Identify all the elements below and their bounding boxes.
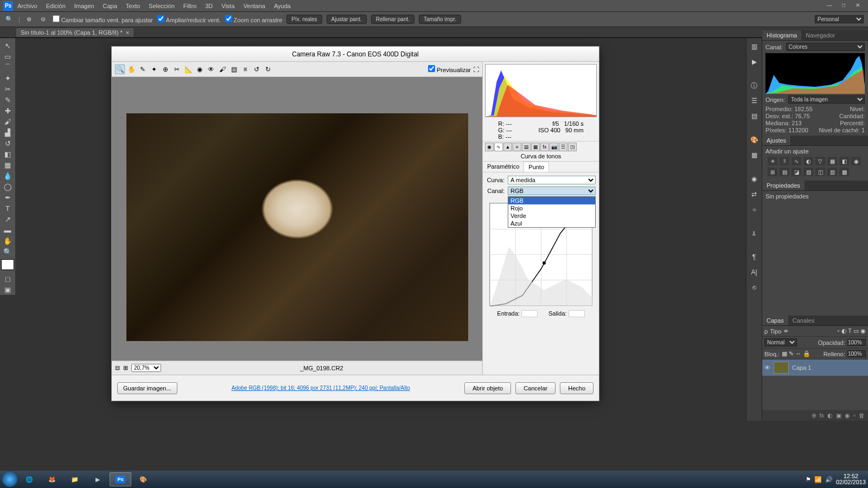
workspace-select[interactable]: Personal — [815, 15, 864, 23]
menu-edit[interactable]: Edición — [46, 3, 66, 9]
tab-curve-icon[interactable]: ∿ — [494, 143, 503, 151]
zoom-in-btn[interactable]: ⊞ — [123, 364, 128, 371]
folder-icon[interactable]: ▣ — [836, 412, 841, 419]
craw-redeye-icon[interactable]: 👁 — [206, 65, 216, 74]
tab-lens-icon[interactable]: ▦ — [531, 143, 540, 151]
fill-input[interactable] — [847, 350, 866, 357]
explorer-icon[interactable]: 📁 — [64, 472, 86, 486]
blur-tool-icon[interactable]: 💧 — [1, 170, 14, 181]
tab-basic-icon[interactable]: ◉ — [485, 143, 494, 151]
gradient-tool-icon[interactable]: ▦ — [1, 159, 14, 170]
craw-target-icon[interactable]: ⊕ — [161, 65, 170, 74]
parametric-tab[interactable]: Paramétrico — [483, 162, 524, 172]
new-layer-icon[interactable]: ▫ — [853, 412, 856, 419]
menu-filter[interactable]: Filtro — [183, 3, 196, 9]
menu-file[interactable]: Archivo — [17, 3, 37, 9]
tab-hsl-icon[interactable]: ≡ — [513, 143, 521, 151]
craw-wb-icon[interactable]: ✎ — [138, 65, 148, 74]
panel-icon-10[interactable]: ⟐ — [748, 203, 761, 216]
adj-hue-icon[interactable]: ▦ — [827, 157, 837, 165]
adj-exposure-icon[interactable]: ◐ — [803, 157, 813, 165]
cancel-button[interactable]: Cancelar — [515, 382, 556, 394]
color-swatches[interactable] — [1, 259, 14, 270]
visibility-icon[interactable]: 👁 — [764, 364, 770, 371]
close-icon[interactable]: ✕ — [851, 2, 865, 10]
shape-tool-icon[interactable]: ▬ — [1, 224, 14, 235]
adj-photo-icon[interactable]: ◉ — [851, 157, 861, 165]
ie-icon[interactable]: 🌐 — [18, 472, 40, 486]
channels-tab[interactable]: Canales — [788, 316, 819, 325]
firefox-icon[interactable]: 🦊 — [41, 472, 63, 486]
paint-icon[interactable]: 🎨 — [132, 472, 154, 486]
mask-icon[interactable]: ◐ — [827, 412, 833, 419]
curve-channel-select[interactable]: RGB — [508, 187, 596, 195]
menu-window[interactable]: Ventana — [244, 3, 265, 9]
adj-poster-icon[interactable]: ▨ — [803, 168, 813, 176]
close-tab-icon[interactable]: × — [126, 29, 129, 36]
open-object-button[interactable]: Abrir objeto — [464, 382, 511, 394]
workflow-link[interactable]: Adobe RGB (1998); bit 16; 4096 por 2731 … — [182, 385, 460, 391]
move-tool-icon[interactable]: ↖ — [1, 40, 14, 51]
adj-curves-icon[interactable]: ∿ — [792, 157, 801, 165]
history-brush-icon[interactable]: ↺ — [1, 138, 14, 149]
tab-preset-icon[interactable]: ☰ — [559, 143, 567, 151]
zoom-tool-icon[interactable]: 🔍 — [4, 15, 14, 24]
zoom-out-btn[interactable]: ⊟ — [115, 364, 120, 371]
eyedropper-tool-icon[interactable]: ✎ — [1, 94, 14, 105]
channel-opt-rgb[interactable]: RGB — [508, 197, 595, 204]
tab-cal-icon[interactable]: 📷 — [550, 143, 558, 151]
input-field[interactable] — [521, 310, 538, 317]
print-size-button[interactable]: Tamaño impr. — [419, 15, 461, 24]
menu-view[interactable]: Vista — [221, 3, 234, 9]
fit-screen-button[interactable]: Ajustar pant. — [327, 15, 367, 24]
craw-hand-icon[interactable]: ✋ — [126, 65, 136, 74]
preview-canvas[interactable] — [112, 77, 482, 361]
layers-tab[interactable]: Capas — [762, 316, 788, 325]
marquee-tool-icon[interactable]: ▭ — [1, 51, 14, 62]
actual-pixels-button[interactable]: Píx. reales — [286, 15, 322, 24]
stamp-tool-icon[interactable]: ▟ — [1, 127, 14, 138]
menu-select[interactable]: Selección — [149, 3, 175, 9]
zoom-out-icon[interactable]: ⊖ — [39, 15, 48, 24]
panel-icon-8[interactable]: ◉ — [748, 172, 761, 185]
panel-icon-5[interactable]: ▤ — [748, 110, 761, 123]
adj-levels-icon[interactable]: ⫴ — [780, 157, 789, 165]
panel-icon-para[interactable]: ¶ — [748, 251, 761, 264]
panel-icon-6[interactable]: 🎨 — [748, 133, 761, 146]
channel-opt-blue[interactable]: Azul — [508, 220, 595, 227]
panel-icon-4[interactable]: ☰ — [748, 94, 761, 107]
panel-icon-1[interactable]: ▥ — [748, 40, 761, 53]
adjustments-tab[interactable]: Ajustes — [762, 136, 790, 145]
adj-brightness-icon[interactable]: ☀ — [768, 157, 777, 165]
craw-prefs-icon[interactable]: ≡ — [240, 65, 250, 74]
craw-grad-icon[interactable]: ▤ — [229, 65, 239, 74]
craw-zoom-icon[interactable]: 🔍 — [115, 65, 125, 74]
lasso-tool-icon[interactable]: ⌒ — [1, 62, 14, 73]
tab-snap-icon[interactable]: ◳ — [568, 143, 577, 151]
point-tab[interactable]: Punto — [524, 162, 549, 172]
scrubby-zoom-check[interactable]: Zoom con arrastre — [225, 15, 283, 23]
maximize-icon[interactable]: □ — [837, 2, 851, 10]
panel-icon-11[interactable]: ⫫ — [748, 227, 761, 240]
craw-sampler-icon[interactable]: ✦ — [149, 65, 159, 74]
menu-layer[interactable]: Capa — [103, 3, 117, 9]
adj-vibrance-icon[interactable]: ▽ — [815, 157, 825, 165]
dodge-tool-icon[interactable]: ◯ — [1, 181, 14, 192]
menu-text[interactable]: Texto — [126, 3, 140, 9]
panel-icon-12[interactable]: ⎋ — [748, 281, 761, 294]
minimize-icon[interactable]: — — [822, 2, 837, 10]
tray-volume-icon[interactable]: 🔊 — [825, 476, 833, 483]
adj-lookup-icon[interactable]: ▤ — [780, 168, 789, 176]
panel-icon-2[interactable]: ▶ — [748, 55, 761, 68]
panel-icon-9[interactable]: ⇄ — [748, 188, 761, 201]
channel-opt-green[interactable]: Verde — [508, 212, 595, 220]
type-tool-icon[interactable]: T — [1, 203, 14, 214]
navigator-tab[interactable]: Navegador — [801, 30, 839, 40]
brush-tool-icon[interactable]: 🖌 — [1, 116, 14, 127]
zoom-select[interactable]: 20,7% — [131, 364, 161, 372]
adj-grad-icon[interactable]: ▥ — [827, 168, 837, 176]
layer-row[interactable]: 👁 Capa 1 — [762, 359, 868, 376]
channel-select[interactable]: Colores — [786, 43, 865, 51]
panel-icon-char[interactable]: A| — [748, 266, 761, 279]
output-field[interactable] — [569, 310, 585, 317]
